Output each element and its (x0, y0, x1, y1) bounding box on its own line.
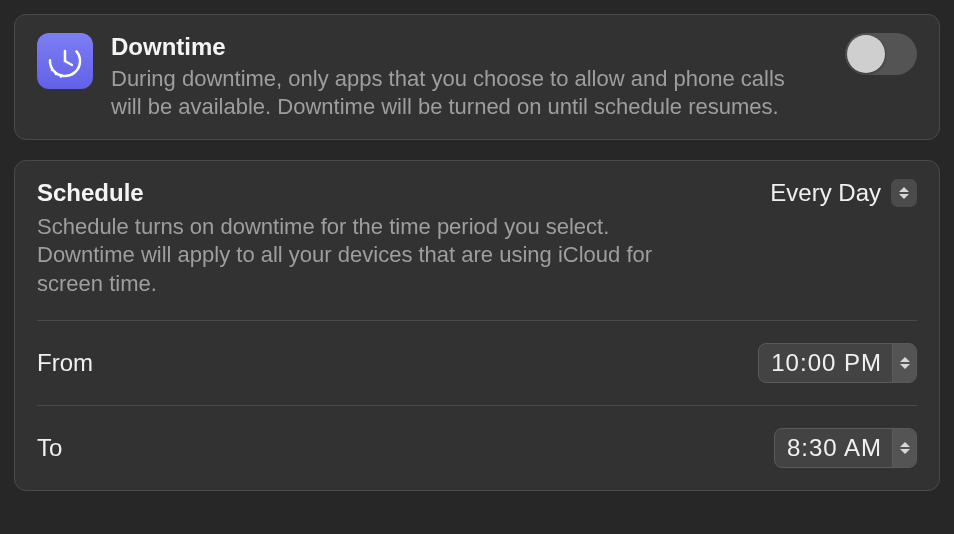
svg-point-5 (60, 75, 63, 78)
svg-line-2 (65, 61, 72, 65)
downtime-row: Downtime During downtime, only apps that… (37, 33, 917, 121)
to-label: To (37, 434, 62, 462)
downtime-description: During downtime, only apps that you choo… (111, 65, 791, 121)
downtime-icon (37, 33, 93, 89)
from-time-value: 10:00 PM (759, 344, 892, 382)
chevron-down-icon (900, 449, 910, 454)
chevron-up-icon (900, 442, 910, 447)
chevron-up-icon (900, 357, 910, 362)
to-time-field[interactable]: 8:30 AM (774, 428, 917, 468)
to-time-stepper[interactable] (892, 429, 916, 467)
downtime-card: Downtime During downtime, only apps that… (14, 14, 940, 140)
to-time-value: 8:30 AM (775, 429, 892, 467)
downtime-title: Downtime (111, 33, 791, 61)
schedule-description: Schedule turns on downtime for the time … (37, 213, 677, 297)
schedule-mode-value: Every Day (770, 179, 881, 207)
chevron-down-icon (900, 364, 910, 369)
from-row: From 10:00 PM (37, 321, 917, 383)
chevron-down-icon (899, 194, 909, 199)
updown-icon (891, 179, 917, 207)
from-time-stepper[interactable] (892, 344, 916, 382)
schedule-mode-popup[interactable]: Every Day (770, 179, 917, 207)
toggle-knob (847, 35, 885, 73)
to-row: To 8:30 AM (37, 406, 917, 468)
from-time-field[interactable]: 10:00 PM (758, 343, 917, 383)
downtime-toggle[interactable] (845, 33, 917, 75)
schedule-header: Schedule Schedule turns on downtime for … (37, 179, 917, 297)
svg-point-4 (55, 73, 58, 76)
from-label: From (37, 349, 93, 377)
svg-point-3 (51, 69, 54, 72)
schedule-card: Schedule Schedule turns on downtime for … (14, 160, 940, 490)
chevron-up-icon (899, 187, 909, 192)
downtime-text: Downtime During downtime, only apps that… (111, 33, 791, 121)
schedule-text: Schedule Schedule turns on downtime for … (37, 179, 677, 297)
schedule-title: Schedule (37, 179, 677, 207)
clock-icon (46, 42, 84, 80)
